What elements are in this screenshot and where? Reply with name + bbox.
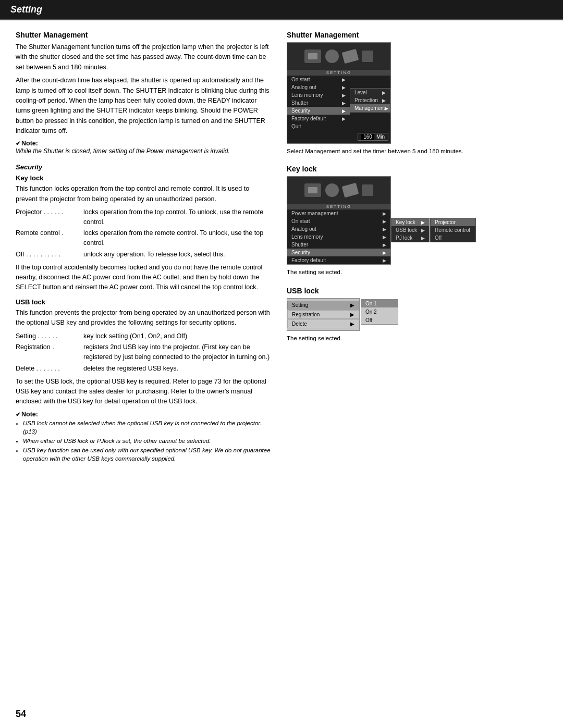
shutter-mgmt-right-title: Shutter Management: [287, 31, 480, 39]
shutter-mgmt-caption: Select Management and set the timer betw…: [287, 147, 480, 155]
usb-lock-text-setting: key lock setting (On1, On2, and Off): [83, 331, 271, 341]
submenu-level: Level▶: [350, 89, 390, 96]
kl-sub2-off: Off: [431, 234, 475, 242]
shutter-paragraph1: The Shutter Management function turns of…: [16, 42, 271, 72]
usb-lock-right: USB lock Setting▶ Registration▶ Delete▶: [287, 287, 480, 343]
keylock-submenu1: Key lock▶ USB lock▶ PJ lock▶: [391, 218, 430, 242]
left-column: Shutter Management The Shutter Managemen…: [16, 31, 271, 464]
shutter-management-section: Shutter Management The Shutter Managemen…: [16, 31, 271, 156]
menu-security: Security▶: [287, 107, 350, 115]
right-column: Shutter Management SETTING On start▶: [287, 31, 480, 464]
usb-sub-on2: On 2: [365, 309, 377, 315]
usb-lock-screenshot-area: Setting▶ Registration▶ Delete▶ On 1: [287, 298, 422, 331]
usb-lock-right-title: USB lock: [287, 287, 480, 295]
kl-menu-lens: Lens memory▶: [287, 233, 390, 241]
key-lock-row-projector: Projector . . . . . . locks operation fr…: [16, 207, 271, 227]
usb-lock-paragraph1: This function prevents the projector fro…: [16, 308, 271, 328]
kl-menu-onstart: On start▶: [287, 217, 390, 225]
key-lock-caption: The setting selected.: [287, 268, 480, 277]
usb-lock-label-registration: Registration .: [16, 342, 83, 362]
key-lock-screenshot-area: SETTING Power management▶ On start▶ Anal…: [287, 176, 464, 265]
kl-sub2-projector: Projector: [431, 218, 475, 226]
min-value: 160: [361, 134, 374, 140]
shutter-management-title: Shutter Management: [16, 31, 271, 39]
kl-menu-factory: Factory default▶: [287, 256, 390, 264]
usb-lock-title: USB lock: [16, 298, 271, 306]
shutter-mgmt-screenshot: SETTING On start▶ Analog out▶ Lens memor…: [287, 42, 391, 144]
submenu-protection: Protection▶: [350, 96, 390, 104]
page-number: 54: [16, 709, 26, 720]
keylock-submenu2: Projector Remote control Off: [430, 218, 476, 242]
menu-factory-default: Factory default▶: [287, 115, 350, 122]
key-lock-label-remote: Remote control .: [16, 228, 83, 248]
shutter-note-label: Note:: [16, 140, 38, 147]
key-lock-row-off: Off . . . . . . . . . . unlock any opera…: [16, 250, 271, 260]
usb-lock-label-delete: Delete . . . . . . .: [16, 364, 83, 374]
key-lock-text-remote: locks operation from the remote control.…: [83, 228, 271, 248]
usb-lock-row-delete: Delete . . . . . . . deletes the registe…: [16, 364, 271, 374]
menu-quit: Quit: [287, 122, 350, 130]
usb-sub-off: Off: [365, 317, 372, 323]
min-box: 160 Min: [358, 133, 388, 141]
page-header: Setting: [0, 0, 563, 19]
usb-screen-delete: Delete: [292, 321, 307, 327]
min-label: Min: [376, 134, 385, 140]
usb-lock-row-registration: Registration . registers 2nd USB key int…: [16, 342, 271, 362]
key-lock-row-remote: Remote control . locks operation from th…: [16, 228, 271, 248]
usb-note-bullet-2: When either of USB lock or PJlock is set…: [23, 437, 271, 445]
key-lock-title: Key lock: [16, 174, 271, 182]
kl-sub1-pjlock: PJ lock▶: [391, 234, 429, 242]
key-lock-text-off: unlock any operation. To release lock, s…: [83, 250, 271, 260]
usb-lock-caption: The setting selected.: [287, 334, 480, 343]
usb-screen-registration: Registration: [292, 312, 320, 317]
usb-screen-setting: Setting: [292, 302, 308, 308]
usb-note-bullet-1: USB lock cannot be selected when the opt…: [23, 419, 271, 436]
key-lock-label-projector: Projector . . . . . .: [16, 207, 83, 227]
kl-sub1-usblock: USB lock▶: [391, 226, 429, 234]
menu-lens-memory: Lens memory▶: [287, 91, 350, 99]
usb-lock-note: Note: USB lock cannot be selected when t…: [16, 410, 271, 463]
usb-note-label: Note:: [16, 411, 38, 418]
menu-on-start: On start▶: [287, 76, 350, 83]
usb-lock-row-setting: Setting . . . . . . key lock setting (On…: [16, 331, 271, 341]
menu-analog-out: Analog out▶: [287, 83, 350, 91]
usb-lock-paragraph2: To set the USB lock, the optional USB ke…: [16, 377, 271, 407]
usb-lock-submenu: On 1 On 2 Off: [361, 299, 398, 325]
main-content: Shutter Management The Shutter Managemen…: [0, 20, 563, 474]
kl-menu-shutter: Shutter▶: [287, 241, 390, 249]
submenu-management: Management▶: [350, 104, 390, 112]
usb-sub-on1: On 1: [365, 301, 377, 306]
usb-lock-text-delete: deletes the registered USB keys.: [83, 364, 271, 374]
shutter-note-text: While the Shutter is closed, timer setti…: [16, 147, 230, 155]
kl-menu-analog: Analog out▶: [287, 225, 390, 233]
key-lock-text-projector: locks operation from the top control. To…: [83, 207, 271, 227]
usb-lock-label-setting: Setting . . . . . .: [16, 331, 83, 341]
kl-menu-power: Power management▶: [287, 209, 390, 217]
shutter-paragraph2: After the count-down time has elapsed, t…: [16, 76, 271, 136]
usb-lock-screenshot: Setting▶ Registration▶ Delete▶: [287, 298, 360, 331]
kl-menu-security: Security▶: [287, 249, 390, 256]
key-lock-extra: If the top control accidentally becomes …: [16, 263, 271, 293]
key-lock-label-off: Off . . . . . . . . . .: [16, 250, 83, 260]
usb-lock-section: USB lock This function prevents the proj…: [16, 298, 271, 463]
usb-note-bullets: USB lock cannot be selected when the opt…: [23, 419, 271, 463]
kl-sub1-keylock: Key lock▶: [391, 218, 429, 226]
menu-shutter: Shutter▶: [287, 99, 350, 107]
kl-sub2-remote: Remote control: [431, 226, 475, 234]
key-lock-screenshot: SETTING Power management▶ On start▶ Anal…: [287, 176, 391, 265]
key-lock-paragraph: This function locks operation from the t…: [16, 184, 271, 204]
shutter-note: Note: While the Shutter is closed, timer…: [16, 139, 271, 156]
security-subtitle: Security: [16, 163, 271, 171]
key-lock-section: Key lock This function locks operation f…: [16, 174, 271, 293]
security-section: Security Key lock This function locks op…: [16, 163, 271, 463]
shutter-mgmt-right: Shutter Management SETTING On start▶: [287, 31, 480, 155]
key-lock-right: Key lock SETTING Power management▶ On st…: [287, 165, 480, 277]
usb-lock-text-registration: registers 2nd USB key into the projector…: [83, 342, 271, 362]
page-title: Setting: [10, 4, 42, 15]
key-lock-right-title: Key lock: [287, 165, 480, 173]
usb-note-bullet-3: USB key function can be used only with o…: [23, 446, 271, 463]
